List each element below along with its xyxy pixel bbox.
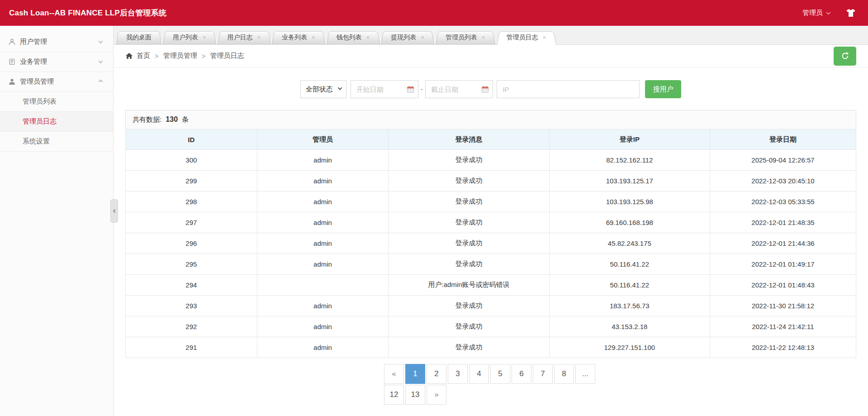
page-button-prev[interactable]: « <box>384 364 404 384</box>
sidebar-subitem-system-settings[interactable]: 系统设置 <box>0 132 113 152</box>
sidebar-item-label: 管理员管理 <box>20 77 99 86</box>
page-button-next[interactable]: » <box>427 385 446 405</box>
page-button-page-6[interactable]: 6 <box>512 364 531 384</box>
column-header: 登录IP <box>549 129 710 150</box>
refresh-button[interactable] <box>834 47 856 66</box>
tab-close-icon[interactable]: × <box>312 34 315 41</box>
table-cell: 103.193.125.98 <box>549 191 710 212</box>
table-row: 292admin登录成功43.153.2.182022-11-24 21:42:… <box>126 316 856 337</box>
document-icon <box>8 58 16 66</box>
chevron-down-icon <box>826 10 831 14</box>
table-cell: 2022-11-30 21:58:12 <box>710 296 856 316</box>
column-header: 管理员 <box>257 129 389 150</box>
tab-close-icon[interactable]: × <box>482 34 485 41</box>
tab-business-list[interactable]: 业务列表× <box>272 30 325 44</box>
breadcrumb-admin-management[interactable]: 管理员管理 <box>163 52 197 60</box>
tab-wallet-list[interactable]: 钱包列表× <box>327 30 380 44</box>
table-row: 293admin登录成功183.17.56.732022-11-30 21:58… <box>126 296 856 316</box>
table-row: 297admin登录成功69.160.168.1982022-12-01 21:… <box>126 212 856 233</box>
status-select[interactable]: 全部状态 <box>300 80 346 98</box>
table-row: 296admin登录成功45.82.243.1752022-12-01 21:4… <box>126 233 856 254</box>
user-menu[interactable]: 管理员 <box>802 9 830 17</box>
table-cell: 294 <box>126 275 257 296</box>
page-button-page-1[interactable]: 1 <box>405 364 425 384</box>
ip-input[interactable] <box>497 80 640 98</box>
tab-label: 业务列表 <box>282 33 307 41</box>
sidebar-item-user-management[interactable]: 用户管理 <box>0 32 113 52</box>
tab-close-icon[interactable]: × <box>366 34 370 41</box>
column-header: 登录日期 <box>710 129 856 150</box>
table-cell: 43.153.2.18 <box>549 316 710 337</box>
table-cell: 登录成功 <box>389 233 549 254</box>
pagination: «12345678...1213» <box>384 364 598 405</box>
search-user-button[interactable]: 搜用户 <box>645 80 681 98</box>
tab-bar: 我的桌面用户列表×用户日志×业务列表×钱包列表×提现列表×管理员列表×管理员日志… <box>114 26 868 45</box>
tshirt-icon[interactable] <box>845 8 856 19</box>
tab-label: 提现列表 <box>391 33 416 41</box>
table-cell: 295 <box>126 254 257 275</box>
refresh-icon <box>841 52 849 60</box>
tab-label: 管理员列表 <box>446 33 477 41</box>
sidebar: 用户管理业务管理管理员管理管理员列表管理员日志系统设置 <box>0 26 114 416</box>
page-button-page-4[interactable]: 4 <box>469 364 489 384</box>
tab-user-log[interactable]: 用户日志× <box>218 30 271 44</box>
user-menu-label: 管理员 <box>802 9 823 17</box>
record-count-value: 130 <box>166 115 178 123</box>
log-panel: 共有数据: 130 条 ID管理员登录消息登录IP登录日期 300admin登录… <box>125 110 856 358</box>
table-cell: 2022-12-03 20:45:10 <box>710 171 856 191</box>
tab-admin-log[interactable]: 管理员日志× <box>497 30 556 44</box>
column-header: ID <box>126 129 257 150</box>
table-cell: admin <box>257 191 389 212</box>
page-button-page-7[interactable]: 7 <box>533 364 553 384</box>
sidebar-collapse-handle[interactable] <box>110 199 118 223</box>
breadcrumb-current: 管理员日志 <box>210 52 244 60</box>
tab-close-icon[interactable]: × <box>203 34 206 41</box>
page-content: 全部状态 - <box>114 67 868 416</box>
start-date-input[interactable] <box>352 86 407 93</box>
table-row: 294用户:admin账号或密码错误50.116.41.222022-12-01… <box>126 275 856 296</box>
calendar-icon[interactable] <box>407 86 414 93</box>
app-shell: 用户管理业务管理管理员管理管理员列表管理员日志系统设置 我的桌面用户列表×用户日… <box>0 26 868 416</box>
sidebar-item-business-management[interactable]: 业务管理 <box>0 52 113 72</box>
table-cell: admin <box>257 254 389 275</box>
tab-withdraw-list[interactable]: 提现列表× <box>381 30 434 44</box>
page-button-page-5[interactable]: 5 <box>490 364 510 384</box>
tab-close-icon[interactable]: × <box>421 34 424 41</box>
tab-close-icon[interactable]: × <box>543 34 546 41</box>
table-cell: 45.82.243.175 <box>549 233 710 254</box>
table-cell: 2022-11-22 12:48:13 <box>710 337 856 358</box>
tab-label: 管理员日志 <box>507 33 538 41</box>
table-cell: 299 <box>126 171 257 191</box>
end-date-input[interactable] <box>427 86 481 93</box>
page-button-page-8[interactable]: 8 <box>554 364 574 384</box>
record-count-bar: 共有数据: 130 条 <box>125 110 856 129</box>
table-cell: 293 <box>126 296 257 316</box>
calendar-icon[interactable] <box>481 86 489 93</box>
page-button-page-3[interactable]: 3 <box>448 364 468 384</box>
page-button-page-12[interactable]: 12 <box>384 385 404 405</box>
table-cell: 50.116.41.22 <box>549 275 710 296</box>
record-count-suffix: 条 <box>182 115 189 123</box>
page-button-page-13[interactable]: 13 <box>405 385 425 405</box>
table-cell: 2022-12-01 21:48:35 <box>710 212 856 233</box>
table-cell: 2022-12-01 21:44:36 <box>710 233 856 254</box>
tab-user-list[interactable]: 用户列表× <box>163 30 216 44</box>
table-cell <box>257 275 389 296</box>
table-header-row: ID管理员登录消息登录IP登录日期 <box>126 129 856 150</box>
tab-close-icon[interactable]: × <box>257 34 261 41</box>
breadcrumb-home[interactable]: 首页 <box>137 52 150 60</box>
chevron-down-icon <box>337 86 342 90</box>
sidebar-item-admin-management[interactable]: 管理员管理 <box>0 72 113 92</box>
table-cell: 登录成功 <box>389 337 549 358</box>
breadcrumb-separator: > <box>202 52 206 60</box>
table-cell: 2022-12-01 01:49:17 <box>710 254 856 275</box>
table-row: 300admin登录成功82.152.162.1122025-09-04 12:… <box>126 150 856 171</box>
sidebar-subitem-admin-list[interactable]: 管理员列表 <box>0 92 113 112</box>
tab-admin-list[interactable]: 管理员列表× <box>436 30 495 44</box>
tab-my-desktop[interactable]: 我的桌面 <box>116 30 161 44</box>
page-button-page-2[interactable]: 2 <box>427 364 446 384</box>
table-cell: 298 <box>126 191 257 212</box>
sidebar-subitem-admin-log[interactable]: 管理员日志 <box>0 112 113 132</box>
table-cell: 129.227.151.100 <box>549 337 710 358</box>
end-date-field <box>425 80 493 98</box>
